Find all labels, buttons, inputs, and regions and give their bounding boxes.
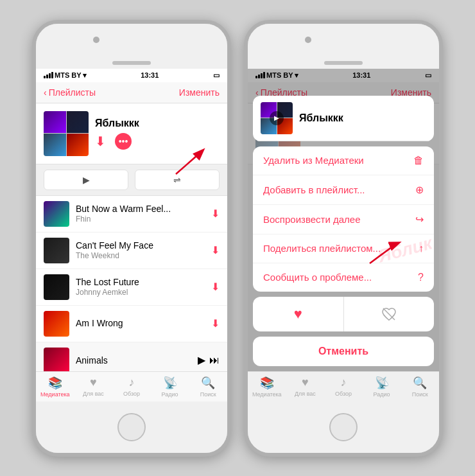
tab-foryou-label-right: Для вас	[295, 391, 316, 397]
art-cell-4	[67, 134, 89, 156]
trash-icon: 🗑	[413, 155, 424, 166]
camera-left	[93, 37, 99, 43]
more-button-left[interactable]: •••	[115, 133, 132, 150]
song-title-3: The Lost Future	[76, 277, 205, 287]
tab-foryou-label-left: Для вас	[83, 391, 104, 397]
phone-bottom-right	[248, 401, 439, 453]
context-art: ▶	[261, 102, 293, 134]
signal-icon	[44, 72, 53, 78]
context-menu-header: ▶ Яблыккк	[253, 96, 434, 141]
song-thumb-1	[44, 201, 69, 227]
download-icon-song-2[interactable]: ⬇	[211, 244, 220, 256]
play-button-left[interactable]: ▶	[44, 170, 128, 190]
screen-left: MTS BY ▾ 13:31 ▭ ‹ Плейлисты Изменить	[36, 69, 227, 401]
song-title-4: Am I Wrong	[76, 318, 205, 328]
song-item-2[interactable]: Can't Feel My Face The Weeknd ⬇	[36, 233, 227, 269]
library-icon-right: 📚	[260, 376, 274, 390]
tab-foryou-right[interactable]: ♥ Для вас	[286, 375, 325, 399]
playlist-title-left: Яблыккк	[95, 118, 220, 129]
time-display-left: 13:31	[141, 71, 159, 79]
tab-radio-right[interactable]: 📡 Радио	[363, 375, 401, 399]
song-item-3[interactable]: The Lost Future Johnny Aemkel ⬇	[36, 269, 227, 306]
tab-search-label-right: Поиск	[412, 391, 428, 398]
art-cell-3	[44, 134, 66, 156]
song-thumb-3	[44, 274, 69, 300]
playlist-icons-left: ⬇ •••	[95, 133, 220, 150]
note-icon-left: ♪	[128, 376, 134, 389]
dislike-button[interactable]	[344, 297, 435, 331]
report-icon: ?	[418, 272, 424, 283]
tab-library-label-right: Медиатека	[252, 391, 282, 398]
song-title-1: But Now a Warm Feel...	[76, 204, 205, 214]
song-item-5[interactable]: Animals ▶ ⏭	[36, 342, 227, 371]
download-icon-song-3[interactable]: ⬇	[211, 281, 220, 293]
status-bar-left: MTS BY ▾ 13:31 ▭	[36, 69, 227, 82]
context-item-report-label: Сообщить о проблеме...	[263, 272, 372, 283]
song-item-1[interactable]: But Now a Warm Feel... Fhin ⬇	[36, 196, 227, 233]
play-icon-5[interactable]: ▶	[198, 354, 205, 366]
tab-search-right[interactable]: 🔍 Поиск	[401, 375, 439, 399]
heart-icon-right: ♥	[302, 376, 309, 389]
song-info-3: The Lost Future Johnny Aemkel	[76, 277, 205, 297]
speaker-right	[324, 61, 363, 65]
love-button[interactable]: ♥	[253, 297, 344, 331]
tab-radio-left[interactable]: 📡 Радио	[151, 375, 189, 399]
context-item-playnext-label: Воспроизвести далее	[263, 214, 361, 225]
tab-bar-left: 📚 Медиатека ♥ Для вас ♪ Обзор 📡 Радио 🔍	[36, 371, 227, 401]
song-item-4[interactable]: Am I Wrong ⬇	[36, 306, 227, 342]
screen-right: MTS BY ▾ 13:31 ▭ ‹ Плейлисты Изменить	[248, 69, 439, 401]
control-row-left: ▶ ⇌	[36, 164, 227, 196]
radio-icon-right: 📡	[375, 376, 389, 390]
tab-library-label-left: Медиатека	[40, 391, 70, 398]
action-button-left[interactable]: Изменить	[179, 87, 220, 98]
song-artist-3: Johnny Aemkel	[76, 288, 205, 297]
tab-radio-label-right: Радио	[374, 391, 390, 398]
nav-bar-left: ‹ Плейлисты Изменить	[36, 82, 227, 103]
phone-left: MTS BY ▾ 13:31 ▭ ‹ Плейлисты Изменить	[32, 20, 231, 457]
song-title-5: Animals	[76, 355, 191, 366]
scene: MTS BY ▾ 13:31 ▭ ‹ Плейлисты Изменить	[0, 0, 475, 476]
playlist-art-left	[44, 111, 89, 156]
play-overlay-icon: ▶	[270, 111, 284, 125]
home-button-left[interactable]	[117, 413, 146, 441]
home-button-right[interactable]	[329, 413, 358, 441]
playlist-info-left: Яблыккк ⬇ •••	[95, 118, 220, 150]
tab-foryou-left[interactable]: ♥ Для вас	[74, 375, 113, 399]
context-item-share[interactable]: Поделиться плейлистом... ↑	[253, 234, 434, 263]
camera-right	[305, 37, 311, 43]
context-item-report[interactable]: Сообщить о проблеме... ?	[253, 263, 434, 292]
tab-library-right[interactable]: 📚 Медиатека	[248, 375, 286, 399]
context-playlist-title: Яблыккк	[299, 112, 343, 124]
shuffle-button-left[interactable]: ⇌	[135, 170, 220, 190]
wifi-icon: ▾	[83, 71, 87, 80]
context-menu-items: Удалить из Медиатеки 🗑 Добавить в плейли…	[253, 146, 434, 292]
download-icon-song-1[interactable]: ⬇	[211, 207, 220, 220]
tab-search-left[interactable]: 🔍 Поиск	[189, 375, 227, 399]
tab-radio-label-left: Радио	[162, 391, 178, 398]
download-icon-left[interactable]: ⬇	[95, 134, 106, 149]
song-info-4: Am I Wrong	[76, 318, 205, 329]
skip-icon-5[interactable]: ⏭	[209, 355, 220, 366]
back-label-left: Плейлисты	[49, 87, 96, 98]
library-icon-left: 📚	[48, 376, 62, 390]
context-overlay: Яблик ▶ Яблыккк	[248, 69, 439, 401]
tab-browse-left[interactable]: ♪ Обзор	[112, 375, 151, 399]
tab-browse-right[interactable]: ♪ Обзор	[324, 375, 363, 399]
tab-browse-label-right: Обзор	[335, 391, 352, 397]
tab-bar-right: 📚 Медиатека ♥ Для вас ♪ Обзор 📡 Радио	[248, 371, 439, 401]
share-icon: ↑	[419, 243, 424, 254]
play-next-icon: ↪	[415, 213, 424, 225]
context-item-add[interactable]: Добавить в плейлист... ⊕	[253, 175, 434, 205]
tab-browse-label-left: Обзор	[123, 391, 140, 397]
search-icon-left: 🔍	[201, 376, 215, 390]
song-info-1: But Now a Warm Feel... Fhin	[76, 204, 205, 224]
context-item-delete[interactable]: Удалить из Медиатеки 🗑	[253, 146, 434, 175]
radio-icon-left: 📡	[163, 376, 177, 390]
cancel-button[interactable]: Отменить	[253, 337, 434, 366]
song-info-5: Animals	[76, 355, 191, 366]
context-item-playnext[interactable]: Воспроизвести далее ↪	[253, 205, 434, 234]
back-button-left[interactable]: ‹ Плейлисты	[44, 87, 96, 98]
context-action-buttons: ♥	[253, 297, 434, 331]
download-icon-song-4[interactable]: ⬇	[211, 317, 220, 330]
tab-library-left[interactable]: 📚 Медиатека	[36, 375, 74, 399]
